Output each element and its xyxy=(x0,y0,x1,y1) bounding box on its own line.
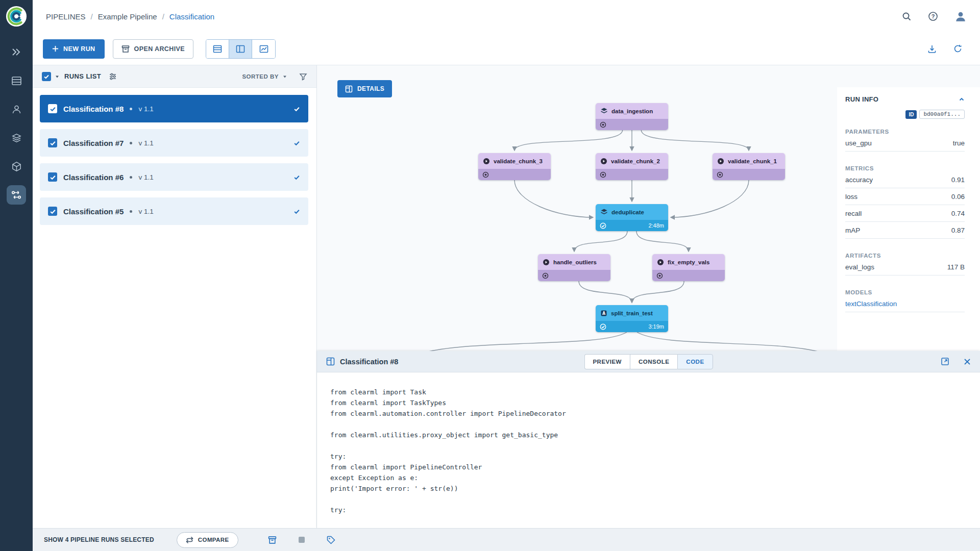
search-icon[interactable] xyxy=(901,11,912,21)
pipeline-node-split_train_test[interactable]: A split_train_test 3:19m xyxy=(596,305,668,332)
close-icon[interactable] xyxy=(964,358,971,365)
pipeline-node-validate_chunk_3[interactable]: validate_chunk_3 xyxy=(478,153,551,180)
run-checkbox[interactable] xyxy=(48,207,57,216)
plus-icon xyxy=(52,45,59,52)
details-panel-icon xyxy=(345,85,353,93)
run-checkbox[interactable] xyxy=(48,104,57,113)
clearml-logo[interactable] xyxy=(6,6,27,27)
abort-icon[interactable] xyxy=(298,536,305,543)
column-settings-icon[interactable] xyxy=(109,72,117,81)
toolbar-right xyxy=(927,44,970,54)
run-icon xyxy=(326,357,335,366)
breadcrumb-separator: / xyxy=(91,12,93,21)
run-version: v 1.1 xyxy=(138,173,153,181)
pipeline-node-validate_chunk_1[interactable]: validate_chunk_1 xyxy=(713,153,785,180)
run-row[interactable]: Classification #6 v 1.1 xyxy=(40,163,308,191)
node-label: validate_chunk_2 xyxy=(611,158,660,164)
code-content[interactable]: from clearml import Task from clearml im… xyxy=(317,372,980,515)
node-label: fix_empty_vals xyxy=(668,259,709,265)
sidebar-icon-pipelines[interactable] xyxy=(7,185,26,205)
collapse-panel-icon[interactable] xyxy=(959,96,965,103)
sidebar-icon-projects[interactable] xyxy=(7,71,26,90)
pipeline-node-data_ingestion[interactable]: data_ingestion xyxy=(596,103,668,130)
run-completed-icon xyxy=(293,140,300,146)
run-checkbox[interactable] xyxy=(48,172,57,182)
node-label: deduplicate xyxy=(611,209,644,215)
run-info-sections: PARAMETERS use_gpu true METRICS accuracy… xyxy=(845,129,965,312)
status-icon xyxy=(600,121,606,128)
run-info-header: RUN INFO xyxy=(845,95,965,103)
details-button[interactable]: DETAILS xyxy=(337,80,392,97)
breadcrumb-item[interactable]: Classification xyxy=(169,12,214,21)
sorted-by-control[interactable]: SORTED BY xyxy=(242,73,287,80)
sidebar-icon-workers[interactable] xyxy=(7,99,26,119)
auto-refresh-icon[interactable] xyxy=(953,44,963,54)
pipeline-node-handle_outliers[interactable]: handle_outliers xyxy=(538,254,610,281)
filter-icon[interactable] xyxy=(299,72,307,81)
toolbar: NEW RUN OPEN ARCHIVE xyxy=(33,33,980,65)
node-label: handle_outliers xyxy=(553,259,597,265)
help-icon[interactable]: ? xyxy=(928,11,938,21)
select-mode-caret-icon[interactable] xyxy=(55,74,60,79)
tab-code[interactable]: CODE xyxy=(677,354,713,369)
run-id-value[interactable]: bd00a0f1... xyxy=(919,110,965,119)
expand-icon[interactable] xyxy=(941,357,949,366)
download-icon[interactable] xyxy=(927,44,937,54)
pipeline-node-validate_chunk_2[interactable]: validate_chunk_2 xyxy=(596,153,668,180)
pipeline-node-fix_empty_vals[interactable]: fix_empty_vals xyxy=(652,254,725,281)
breadcrumb: PIPELINES/Example Pipeline/Classificatio… xyxy=(46,12,214,21)
run-name: Classification #5 xyxy=(63,207,124,216)
info-label: loss xyxy=(845,193,857,201)
task-icon xyxy=(717,158,724,165)
tags-icon[interactable] xyxy=(327,536,335,544)
bottom-bar: SHOW 4 PIPELINE RUNS SELECTED COMPARE xyxy=(33,528,980,551)
run-version: v 1.1 xyxy=(138,139,153,147)
info-value: 117 B xyxy=(947,263,965,271)
run-row[interactable]: Classification #5 v 1.1 xyxy=(40,197,308,225)
run-info-section: ARTIFACTS eval_logs 117 B xyxy=(845,253,965,276)
split-view-button[interactable] xyxy=(229,40,252,58)
archive-icon[interactable] xyxy=(268,536,277,544)
code-panel-title: Classification #8 xyxy=(340,358,398,366)
sidebar-icon-models[interactable] xyxy=(7,157,26,176)
info-label: use_gpu xyxy=(845,139,872,147)
breadcrumb-item[interactable]: PIPELINES xyxy=(46,12,86,21)
info-value: 0.06 xyxy=(951,193,965,201)
info-label: recall xyxy=(845,210,862,217)
run-completed-icon xyxy=(293,106,300,112)
info-row: accuracy 0.91 xyxy=(845,171,965,188)
completed-icon xyxy=(600,323,606,330)
tab-preview[interactable]: PREVIEW xyxy=(584,354,630,369)
sidebar-icon-overview[interactable] xyxy=(7,42,26,62)
info-label: mAP xyxy=(845,227,860,234)
id-badge: ID xyxy=(905,110,917,119)
info-label[interactable]: textClassification xyxy=(845,300,897,308)
new-run-button[interactable]: NEW RUN xyxy=(43,39,105,59)
task-icon xyxy=(483,158,490,165)
node-runtime: 2:48m xyxy=(648,222,664,229)
open-archive-button[interactable]: OPEN ARCHIVE xyxy=(113,39,194,59)
node-label: validate_chunk_3 xyxy=(494,158,543,164)
runs-list-header: RUNS LIST SORTED BY xyxy=(33,65,316,88)
select-all-checkbox[interactable] xyxy=(42,72,51,81)
status-icon xyxy=(600,171,606,178)
section-title: MODELS xyxy=(845,289,965,295)
info-row: recall 0.74 xyxy=(845,205,965,222)
info-row: loss 0.06 xyxy=(845,188,965,205)
breadcrumb-item[interactable]: Example Pipeline xyxy=(98,12,157,21)
pipeline-node-deduplicate[interactable]: deduplicate 2:48m xyxy=(596,204,668,231)
sidebar-icon-datasets[interactable] xyxy=(7,128,26,147)
avatar[interactable] xyxy=(954,10,967,22)
compare-button[interactable]: COMPARE xyxy=(177,532,238,548)
task-icon xyxy=(600,158,607,165)
run-version: v 1.1 xyxy=(138,208,153,215)
chart-view-button[interactable] xyxy=(252,40,275,58)
run-name: Classification #8 xyxy=(63,105,124,113)
tab-console[interactable]: CONSOLE xyxy=(630,354,677,369)
table-view-button[interactable] xyxy=(206,40,229,58)
info-row: use_gpu true xyxy=(845,135,965,152)
run-row[interactable]: Classification #7 v 1.1 xyxy=(40,129,308,157)
run-row[interactable]: Classification #8 v 1.1 xyxy=(40,95,308,122)
info-label: accuracy xyxy=(845,176,873,184)
run-checkbox[interactable] xyxy=(48,138,57,147)
